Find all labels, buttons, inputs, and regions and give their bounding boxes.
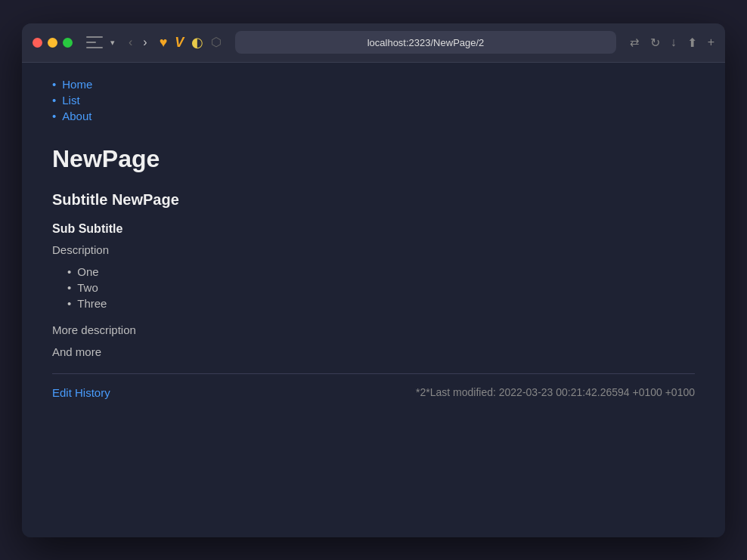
translate-icon[interactable]: ⇄ xyxy=(630,36,640,49)
shield-icon[interactable]: ⬡ xyxy=(211,36,222,48)
refresh-icon[interactable]: ↻ xyxy=(650,36,660,50)
edit-history-link[interactable]: Edit History xyxy=(52,386,110,399)
browser-window: ▾ ‹ › ♥ V ◐ ⬡ localhost:2323/NewPage/2 ⇄… xyxy=(22,23,725,537)
nav-item-home: Home xyxy=(52,78,695,91)
divider xyxy=(52,373,695,374)
download-icon[interactable]: ↓ xyxy=(671,36,677,49)
sidebar-toggle-button[interactable] xyxy=(86,36,103,48)
page-content: Home List About NewPage Subtitle NewPage… xyxy=(22,63,725,537)
footer-row: Edit History *2*Last modified: 2022-03-2… xyxy=(52,386,695,399)
chevron-down-icon: ▾ xyxy=(110,38,115,48)
toolbar-icons: ♥ V ◐ ⬡ xyxy=(160,36,222,49)
nav-item-about: About xyxy=(52,110,695,122)
last-modified-text: *2*Last modified: 2022-03-23 00:21:42.26… xyxy=(416,386,695,398)
list-item: Three xyxy=(67,297,695,310)
description-text: Description xyxy=(52,243,695,256)
nav-link-home[interactable]: Home xyxy=(62,78,92,91)
list-item-label: Two xyxy=(77,281,98,294)
url-text: localhost:2323/NewPage/2 xyxy=(367,37,485,48)
vim-icon[interactable]: V xyxy=(175,36,184,49)
page-title: NewPage xyxy=(52,145,695,173)
list-item-label: One xyxy=(77,265,98,278)
nav-link-list[interactable]: List xyxy=(62,94,79,107)
more-description-text: More description xyxy=(52,323,695,336)
new-tab-icon[interactable]: + xyxy=(708,36,714,49)
page-subtitle: Subtitle NewPage xyxy=(52,191,695,209)
list-item-label: Three xyxy=(77,297,107,310)
forward-button[interactable]: › xyxy=(140,35,150,50)
nav-link-about[interactable]: About xyxy=(62,110,91,122)
title-bar: ▾ ‹ › ♥ V ◐ ⬡ localhost:2323/NewPage/2 ⇄… xyxy=(22,23,725,63)
nav-arrows: ‹ › xyxy=(126,35,150,50)
maximize-button[interactable] xyxy=(63,38,73,48)
share-icon[interactable]: ⬆ xyxy=(687,36,697,50)
content-list: One Two Three xyxy=(67,265,695,310)
list-item: Two xyxy=(67,281,695,294)
and-more-text: And more xyxy=(52,345,695,358)
traffic-lights xyxy=(33,38,73,48)
list-item: One xyxy=(67,265,695,278)
back-button[interactable]: ‹ xyxy=(126,35,135,50)
rss-icon[interactable]: ♥ xyxy=(160,36,168,49)
close-button[interactable] xyxy=(33,38,42,48)
minimize-button[interactable] xyxy=(48,38,57,48)
page-sub-subtitle: Sub Subtitle xyxy=(52,222,695,236)
nav-list: Home List About xyxy=(52,78,695,122)
circle-icon[interactable]: ◐ xyxy=(191,36,203,49)
nav-item-list: List xyxy=(52,94,695,107)
address-bar[interactable]: localhost:2323/NewPage/2 xyxy=(235,31,615,54)
browser-actions: ⇄ ↻ ↓ ⬆ + xyxy=(630,36,714,50)
